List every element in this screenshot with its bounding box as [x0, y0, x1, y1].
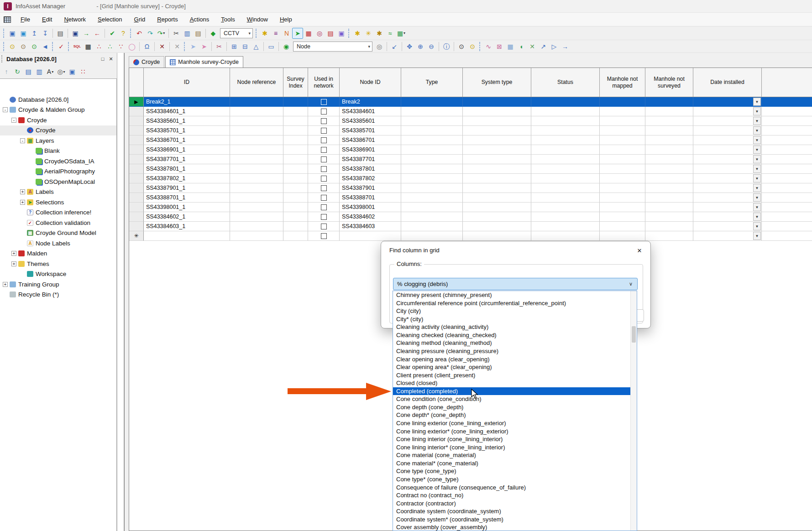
cell-manhole-not-mapped[interactable] [600, 116, 645, 126]
row-marker[interactable] [129, 212, 144, 222]
cell-type[interactable] [401, 222, 463, 231]
cell-id[interactable]: SS43398001_1 [144, 203, 230, 212]
cell-manhole-not-surveyed[interactable] [645, 193, 693, 203]
cell-manhole-not-surveyed[interactable] [645, 107, 693, 116]
raise-window-button[interactable]: ↥ [29, 28, 40, 39]
locate-button[interactable]: ◉ [281, 41, 292, 52]
cell-manhole-not-surveyed[interactable] [645, 116, 693, 126]
merge-nodes-button[interactable]: ⊟ [240, 41, 251, 52]
menu-tools[interactable]: Tools [216, 14, 240, 25]
tab-croyde[interactable]: Croyde [129, 56, 164, 68]
expand-icon[interactable]: + [3, 282, 8, 287]
dropdown-item-cone-type-cone-type[interactable]: Cone type* (cone_type) [393, 475, 637, 484]
cell-survey-index[interactable] [283, 193, 308, 203]
cell-id[interactable]: SS43386701_1 [144, 135, 230, 145]
print-button[interactable]: ▤ [55, 28, 66, 39]
tree-item-themes[interactable]: +Themes [0, 259, 116, 269]
cell-id[interactable]: SS43385701_1 [144, 126, 230, 135]
collapse-icon[interactable]: - [3, 107, 8, 112]
tree-item-layers[interactable]: -▥Layers [0, 135, 116, 146]
date-installed-dropdown[interactable]: ▼ [753, 232, 761, 240]
menu-actions[interactable]: Actions [185, 14, 215, 25]
cell-type[interactable] [401, 126, 463, 135]
dropdown-item-cone-lining-exterior-cone-lining-exterior[interactable]: Cone lining exterior* (cone_lining_exter… [393, 427, 637, 436]
used-in-network-checkbox[interactable] [321, 118, 327, 124]
pointer-tool[interactable]: ➤ [188, 41, 199, 52]
dropdown-item-cone-depth-cone-depth[interactable]: Cone depth (cone_depth) [393, 403, 637, 411]
date-installed-dropdown[interactable]: ▼ [753, 213, 761, 221]
tab-manhole-survey-croyde[interactable]: Manhole survey-Croyde [165, 56, 243, 68]
cell-manhole-not-mapped[interactable] [600, 193, 645, 203]
column-header-id[interactable]: ID [144, 68, 230, 97]
cell-system-type[interactable] [463, 116, 531, 126]
cell-node-reference[interactable] [230, 135, 283, 145]
toolbar-grip[interactable] [3, 42, 5, 51]
menu-edit[interactable]: Edit [37, 14, 57, 25]
dropdown-item-cover-assembly-cover-assembly[interactable]: Cover assembly (cover_assembly) [393, 523, 637, 531]
cell-node-reference[interactable] [230, 116, 283, 126]
connect-nodes-button[interactable]: ⊞ [229, 41, 240, 52]
object-type-combobox[interactable]: Node▾ [293, 42, 372, 52]
cell-system-type[interactable] [463, 183, 531, 193]
cell-node-id[interactable]: Break2 [340, 97, 401, 107]
row-marker[interactable] [129, 155, 144, 164]
tree-item-collection-inference[interactable]: ?Collection inference! [0, 208, 116, 218]
used-in-network-checkbox[interactable] [321, 147, 327, 153]
cell-type[interactable] [401, 183, 463, 193]
cell-date-installed[interactable]: ▼ [693, 183, 762, 193]
menu-grid[interactable]: Grid [129, 14, 151, 25]
date-installed-dropdown[interactable]: ▼ [753, 107, 761, 115]
dropdown-item-city-city[interactable]: City* (city) [393, 315, 637, 323]
cell-type[interactable] [401, 174, 463, 183]
new-print-layout-button[interactable]: ✱ [374, 28, 385, 39]
tree-item-croyde-ground-model[interactable]: ▦Croyde Ground Model [0, 228, 116, 239]
cell-date-installed[interactable]: ▼ [693, 107, 762, 116]
tree-item-node-labels[interactable]: ANode Labels [0, 238, 116, 249]
map-window-button[interactable]: ▦ [505, 41, 516, 52]
cell-system-type[interactable] [463, 193, 531, 203]
cell-status[interactable] [531, 145, 600, 155]
cell-type[interactable] [401, 107, 463, 116]
info-button[interactable]: ⓘ [441, 41, 452, 52]
refresh-button[interactable]: Ω [141, 41, 152, 52]
expand-icon[interactable]: + [11, 251, 16, 256]
cell-status[interactable] [531, 193, 600, 203]
cell-id[interactable]: SS43387901_1 [144, 183, 230, 193]
date-installed-dropdown[interactable]: ▼ [753, 203, 761, 211]
cell-node-id[interactable] [340, 231, 401, 241]
cell-manhole-not-surveyed[interactable] [645, 174, 693, 183]
import-button[interactable]: ← [92, 28, 103, 39]
cell-node-reference[interactable] [230, 145, 283, 155]
dropdown-item-cone-material-cone-material[interactable]: Cone material* (cone_material) [393, 459, 637, 468]
cell-manhole-not-mapped[interactable] [600, 174, 645, 183]
cell-status[interactable] [531, 135, 600, 145]
dropdown-item-circumferential-reference-point-circumferential-reference-point[interactable]: Circumferential reference point (circumf… [393, 299, 637, 307]
export-button[interactable]: → [81, 28, 92, 39]
cell-date-installed[interactable]: ▼ [693, 203, 762, 212]
cell-type[interactable] [401, 116, 463, 126]
time-varying-button[interactable]: ⊙ [456, 41, 467, 52]
panel-splitter[interactable] [117, 53, 124, 531]
tree-item-blank[interactable]: Blank [0, 146, 116, 156]
tree-item-workspace[interactable]: Workspace [0, 269, 116, 280]
column-header-survey-index[interactable]: Survey Index [283, 68, 308, 97]
dropdown-item-contract-no-contract-no[interactable]: Contract no (contract_no) [393, 491, 637, 500]
network-trace-button[interactable]: N [281, 28, 292, 39]
cell-system-type[interactable] [463, 145, 531, 155]
cell-manhole-not-mapped[interactable] [600, 155, 645, 164]
cell-manhole-not-mapped[interactable] [600, 97, 645, 107]
cell-used-in-network[interactable] [308, 222, 340, 231]
flow-direction-button[interactable]: ↗ [538, 41, 549, 52]
refresh-tree-button[interactable]: ↻ [12, 66, 23, 77]
cell-node-reference[interactable] [230, 126, 283, 135]
toolbar-grip[interactable] [184, 42, 185, 51]
tree-item-training-group[interactable]: +Training Group [0, 279, 116, 290]
clear-results-button[interactable]: ✕ [527, 41, 538, 52]
cell-status[interactable] [531, 174, 600, 183]
tree-item-croyde[interactable]: -Croyde [0, 115, 116, 125]
cell-id[interactable]: Break2_1 [144, 97, 230, 107]
trace-connected-button[interactable]: ∵ [115, 41, 126, 52]
cell-survey-index[interactable] [283, 145, 308, 155]
used-in-network-checkbox[interactable] [321, 224, 327, 229]
cell-manhole-not-mapped[interactable] [600, 203, 645, 212]
